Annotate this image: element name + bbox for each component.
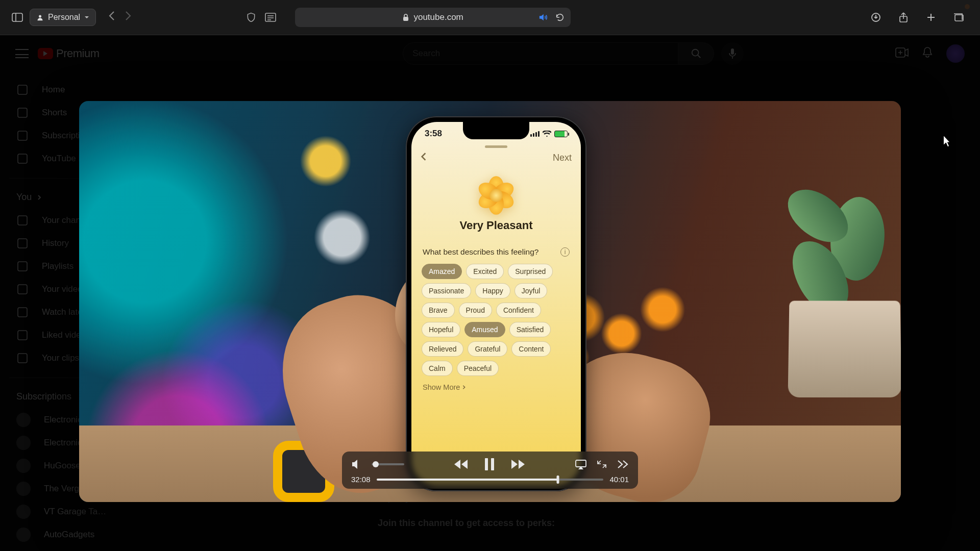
hamburger-button[interactable] — [15, 49, 29, 58]
pip-video-player[interactable]: 3:58 Next — [79, 101, 901, 502]
volume-slider[interactable] — [372, 463, 404, 465]
svg-rect-24 — [18, 354, 27, 363]
feeling-chip[interactable]: Satisfied — [509, 322, 551, 337]
feeling-chip[interactable]: Brave — [422, 303, 455, 318]
youtube-search-input[interactable] — [403, 42, 678, 65]
sidebar-item[interactable]: Home — [9, 78, 134, 101]
channel-avatar — [16, 505, 31, 519]
status-time: 3:58 — [425, 129, 442, 139]
mood-title: Very Pleasant — [411, 219, 581, 232]
sidebar-item-icon — [16, 107, 29, 119]
svg-point-2 — [39, 15, 41, 17]
svg-rect-20 — [18, 262, 27, 271]
feeling-chip[interactable]: Happy — [475, 283, 510, 298]
video-content: 3:58 Next — [79, 101, 901, 502]
sidebar-item-icon — [16, 237, 29, 249]
chevron-right-icon — [37, 194, 42, 201]
audio-indicator-icon[interactable] — [538, 13, 548, 21]
mute-button[interactable] — [351, 459, 362, 469]
feeling-chip[interactable]: Proud — [459, 303, 492, 318]
new-tab-button[interactable] — [924, 10, 938, 24]
svg-rect-21 — [18, 285, 27, 294]
sheet-next-button[interactable]: Next — [553, 153, 572, 163]
pip-button[interactable] — [596, 459, 607, 469]
channel-avatar — [16, 459, 31, 473]
volume-thumb[interactable] — [373, 461, 379, 467]
svg-rect-16 — [18, 131, 27, 140]
downloads-button[interactable] — [869, 10, 883, 24]
svg-rect-18 — [18, 216, 27, 225]
feeling-chip[interactable]: Confident — [496, 303, 541, 318]
feeling-chip[interactable]: Excited — [466, 264, 504, 279]
feeling-chip[interactable]: Joyful — [514, 283, 548, 298]
create-icon — [895, 47, 909, 58]
feeling-chip[interactable]: Grateful — [468, 341, 507, 357]
feeling-chip[interactable]: Passionate — [422, 283, 471, 298]
privacy-report-button[interactable] — [244, 10, 258, 24]
airplay-button[interactable] — [575, 459, 587, 469]
feeling-chip[interactable]: Hopeful — [422, 322, 460, 337]
info-icon[interactable]: i — [560, 247, 570, 257]
player-controls: 32:08 40:01 — [342, 452, 638, 489]
sidebar-toggle-button[interactable] — [10, 10, 24, 24]
chevron-left-icon — [421, 152, 427, 161]
youtube-search-button[interactable] — [678, 42, 714, 65]
feeling-chips: AmazedExcitedSurprisedPassionateHappyJoy… — [411, 262, 581, 378]
sidebar-item-label: Home — [42, 85, 65, 95]
svg-rect-17 — [18, 154, 27, 163]
fast-forward-button[interactable] — [510, 459, 526, 470]
download-icon — [871, 12, 881, 22]
tabs-icon — [953, 13, 964, 22]
feeling-prompt: What best describes this feeling? — [423, 247, 538, 257]
voice-search-button[interactable] — [721, 42, 744, 65]
play-pause-button[interactable] — [484, 458, 495, 471]
notifications-button[interactable] — [922, 46, 933, 61]
back-button[interactable] — [108, 11, 115, 24]
create-button[interactable] — [895, 47, 909, 60]
double-chevron-right-icon — [617, 459, 629, 469]
window-indicator-dot — [965, 4, 970, 9]
svg-rect-25 — [485, 458, 488, 470]
sidebar-item[interactable]: VT Garage Ta… — [9, 500, 134, 523]
feeling-chip[interactable]: Amused — [464, 322, 505, 337]
account-avatar[interactable] — [946, 44, 965, 63]
skip-next-button[interactable] — [617, 459, 629, 469]
chevron-left-icon — [108, 11, 115, 21]
pause-icon — [484, 458, 495, 471]
iphone-device: 3:58 Next — [406, 116, 586, 491]
forward-button[interactable] — [125, 11, 132, 24]
youtube-header: Premium — [0, 35, 980, 72]
bell-icon — [922, 46, 933, 59]
signal-icon — [530, 131, 540, 137]
sidebar-icon — [12, 13, 23, 22]
reader-toggle-button[interactable] — [263, 10, 278, 24]
feeling-chip[interactable]: Surprised — [508, 264, 553, 279]
sheet-back-button[interactable] — [421, 152, 427, 164]
lock-icon — [402, 13, 409, 21]
feeling-chip[interactable]: Content — [511, 341, 551, 357]
sidebar-item-label: Your clips — [42, 353, 79, 363]
tab-overview-button[interactable] — [951, 10, 966, 24]
sidebar-item-label: The Verge — [44, 484, 84, 494]
show-more-button[interactable]: Show More — [411, 378, 581, 396]
progress-thumb[interactable] — [557, 475, 559, 484]
feeling-chip[interactable]: Calm — [422, 361, 453, 376]
feeling-chip[interactable]: Relieved — [422, 341, 463, 357]
progress-track[interactable] — [377, 479, 604, 481]
share-button[interactable] — [896, 10, 911, 24]
chevron-right-icon — [125, 11, 132, 21]
feeling-chip[interactable]: Amazed — [422, 264, 462, 279]
rewind-button[interactable] — [453, 459, 469, 470]
sidebar-item[interactable]: AutoGadgets — [9, 523, 134, 546]
feeling-chip[interactable]: Peaceful — [457, 361, 499, 376]
show-more-label: Show More — [423, 383, 460, 391]
profile-picker[interactable]: Personal — [30, 9, 96, 26]
svg-rect-19 — [18, 239, 27, 248]
youtube-logo[interactable]: Premium — [38, 47, 100, 60]
sidebar-item-label: VT Garage Ta… — [44, 507, 106, 517]
sidebar-item-icon — [16, 260, 29, 272]
svg-rect-15 — [18, 108, 27, 117]
address-bar[interactable]: youtube.com — [295, 8, 571, 27]
sidebar-item-label: Shorts — [42, 108, 67, 118]
reload-icon[interactable] — [555, 13, 565, 22]
